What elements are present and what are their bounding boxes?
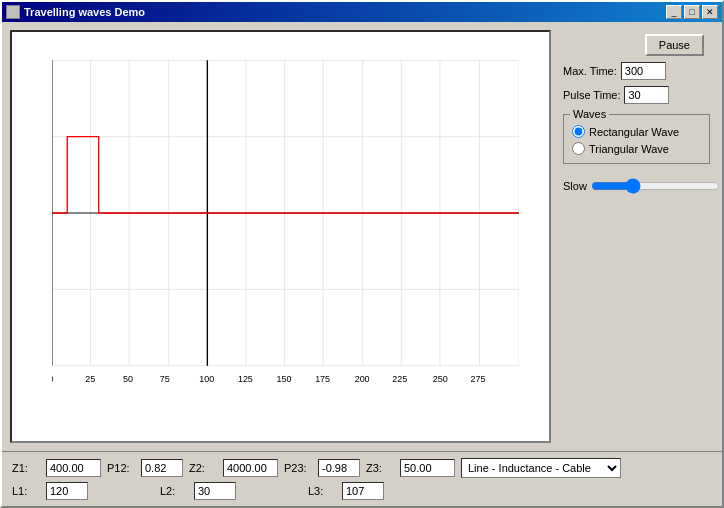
window-title: Travelling waves Demo <box>24 6 145 18</box>
z1-input[interactable] <box>46 459 101 477</box>
main-window: Travelling waves Demo _ □ ✕ <box>0 0 724 508</box>
x-label-175: 175 <box>315 374 330 384</box>
maximize-button[interactable]: □ <box>684 5 700 19</box>
pulse-time-row: Pulse Time: <box>559 86 714 104</box>
rectangular-label[interactable]: Rectangular Wave <box>589 126 679 138</box>
title-bar-left: Travelling waves Demo <box>6 5 145 19</box>
x-label-100: 100 <box>199 374 214 384</box>
bottom-row-1: Z1: P12: Z2: P23: Z3: Line - Inductance … <box>12 458 712 478</box>
main-content: 1 0 -1 0 50 100 150 200 250 25 75 125 17… <box>2 22 722 451</box>
x-label-25: 25 <box>85 374 95 384</box>
triangular-radio-row: Triangular Wave <box>572 142 701 155</box>
controls-panel: Pause Max. Time: Pulse Time: Waves Recta… <box>559 30 714 443</box>
l2-label: L2: <box>160 485 188 497</box>
waves-group: Waves Rectangular Wave Triangular Wave <box>563 114 710 164</box>
bottom-panel: Z1: P12: Z2: P23: Z3: Line - Inductance … <box>2 451 722 506</box>
title-bar: Travelling waves Demo _ □ ✕ <box>2 2 722 22</box>
p23-label: P23: <box>284 462 312 474</box>
x-label-0: 0 <box>52 374 53 384</box>
minimize-button[interactable]: _ <box>666 5 682 19</box>
p12-input[interactable] <box>141 459 183 477</box>
x-label-75: 75 <box>160 374 170 384</box>
l1-input[interactable] <box>46 482 88 500</box>
x-label-150: 150 <box>277 374 292 384</box>
chart-svg: 1 0 -1 0 50 100 150 200 250 25 75 125 17… <box>52 42 519 411</box>
l3-input[interactable] <box>342 482 384 500</box>
rectangular-radio-row: Rectangular Wave <box>572 125 701 138</box>
speed-row: Slow Fast <box>559 174 714 198</box>
p23-input[interactable] <box>318 459 360 477</box>
pulse-time-input[interactable] <box>624 86 669 104</box>
z3-input[interactable] <box>400 459 455 477</box>
z1-label: Z1: <box>12 462 40 474</box>
pause-button[interactable]: Pause <box>645 34 704 56</box>
max-time-label: Max. Time: <box>563 65 617 77</box>
app-icon <box>6 5 20 19</box>
close-button[interactable]: ✕ <box>702 5 718 19</box>
z2-input[interactable] <box>223 459 278 477</box>
title-buttons: _ □ ✕ <box>666 5 718 19</box>
p12-label: P12: <box>107 462 135 474</box>
triangular-radio[interactable] <box>572 142 585 155</box>
chart-area: 1 0 -1 0 50 100 150 200 250 25 75 125 17… <box>10 30 551 443</box>
pulse-time-label: Pulse Time: <box>563 89 620 101</box>
l3-label: L3: <box>308 485 336 497</box>
max-time-input[interactable] <box>621 62 666 80</box>
x-label-275: 275 <box>471 374 486 384</box>
x-label-125: 125 <box>238 374 253 384</box>
x-label-225: 225 <box>392 374 407 384</box>
waves-group-label: Waves <box>570 108 609 120</box>
x-label-200: 200 <box>355 374 370 384</box>
rectangular-radio[interactable] <box>572 125 585 138</box>
x-label-50: 50 <box>123 374 133 384</box>
l2-input[interactable] <box>194 482 236 500</box>
triangular-label[interactable]: Triangular Wave <box>589 143 669 155</box>
x-label-250: 250 <box>433 374 448 384</box>
z3-label: Z3: <box>366 462 394 474</box>
z2-label: Z2: <box>189 462 217 474</box>
speed-slider[interactable] <box>591 178 720 194</box>
bottom-row-2: L1: L2: L3: <box>12 482 712 500</box>
line-type-dropdown[interactable]: Line - Inductance - Cable Line - Resista… <box>461 458 621 478</box>
max-time-row: Max. Time: <box>559 62 714 80</box>
slow-label: Slow <box>563 180 587 192</box>
l1-label: L1: <box>12 485 40 497</box>
